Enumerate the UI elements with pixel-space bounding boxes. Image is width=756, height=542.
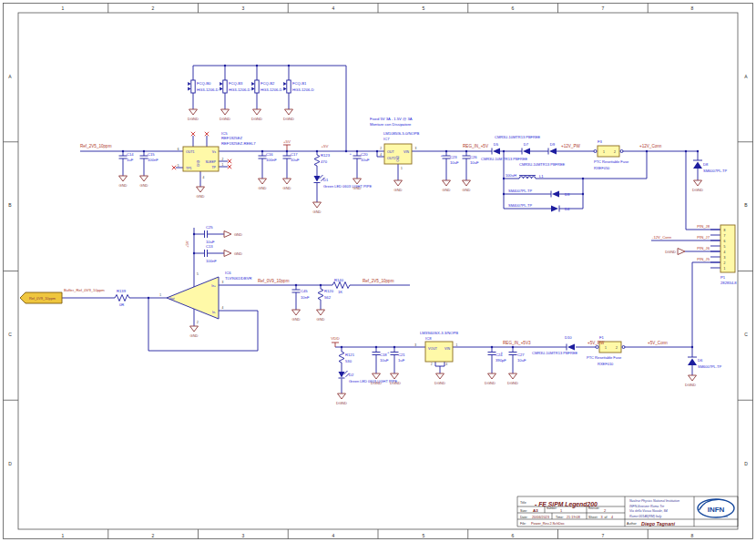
net-regin-5v: REG_IN_+5V: [463, 144, 489, 148]
c27-val: 10uF: [517, 358, 526, 363]
dgnd-d6: DGND: [685, 383, 696, 387]
f1-num-2: 2: [616, 346, 618, 350]
c15-val: 100nF: [148, 158, 158, 162]
d1-ref: D1: [323, 178, 329, 182]
frame-col-bot-5: 5: [423, 533, 425, 538]
capacitors[interactable]: [119, 156, 517, 355]
inductor-l1[interactable]: [519, 176, 536, 179]
r123-ref: R123: [321, 153, 331, 158]
tb-revision: 2: [604, 508, 607, 513]
frame-row-left-b: B: [8, 202, 12, 208]
r121-ref: R121: [345, 353, 355, 357]
r140-val: 1K: [338, 290, 342, 294]
tb-org-1: Nuclear Physics National Institution: [629, 499, 679, 503]
c20-plus: +: [350, 151, 352, 156]
c21-ref: C21: [398, 353, 405, 357]
ic5-num-6: 6: [178, 148, 179, 151]
wires: [62, 66, 720, 394]
ic5-val2: REF1925EZ-REEL7: [221, 141, 256, 146]
logo-infn-sub: ROMA TRE: [717, 516, 729, 518]
d2-ref: D2: [349, 373, 354, 377]
d8-val: SM6007PL-TP: [703, 169, 728, 173]
c13-ref: C13: [206, 244, 213, 249]
ic6-num-4: 4: [222, 306, 224, 310]
ic8-regulator-3v3[interactable]: [425, 342, 453, 362]
cmr-d10: CMR3U-10MTR13 PBFREE: [532, 351, 578, 355]
resistors[interactable]: [114, 154, 352, 364]
fb3-ref: FCQ-B3: [229, 81, 243, 86]
net-regin-5v3: REG_IN_+5V3: [503, 341, 531, 345]
p1-num-7: 7: [724, 234, 726, 238]
fuse-f3[interactable]: [594, 146, 623, 157]
dgnd-d8: DGND: [692, 188, 703, 192]
frame-col-bot-2: 2: [152, 533, 155, 538]
ic6-pin-inm: In-: [212, 311, 216, 314]
c13-val: 100nF: [206, 259, 217, 263]
port-ref0v9: Ref_0V9_10ppm: [29, 296, 56, 301]
net-ref2v5-left: Ref_2V5_10ppm: [80, 144, 112, 148]
frame-col-top-4: 4: [332, 5, 335, 11]
tb-time-label: Time:: [556, 516, 564, 519]
ic5-pin-gnd: GND: [197, 159, 200, 167]
tb-sheet: 3: [601, 516, 603, 519]
tb-file-label: File:: [520, 522, 526, 526]
note-line1: Fixed 5V 3A - 1.5V @ 3A: [370, 117, 413, 121]
r120-val: 562: [324, 295, 332, 300]
ic8-pin-vout: VOUT: [428, 347, 438, 351]
c14-ref: C14: [127, 152, 134, 157]
tb-author-label: Author: [627, 522, 637, 526]
ic6-num-2: 2: [197, 321, 199, 324]
c27-plus: +: [501, 350, 504, 354]
c24-val: 390pF: [495, 358, 506, 363]
c25-ref: C25: [206, 225, 213, 230]
ic7-num-3: 3: [415, 147, 417, 150]
c21-val: 1uF: [398, 358, 405, 363]
connector-p1[interactable]: [720, 225, 735, 272]
net-5v-conn: +5V_Conn: [648, 341, 668, 345]
frame-col-top-8: 8: [691, 5, 694, 11]
d1-val: Green LED 0603 LIGHT PIPE: [323, 184, 372, 189]
d3-val: SM4007PL-TP: [508, 189, 533, 193]
ic5-num-1: 1: [222, 163, 224, 167]
c20-ref: C20: [361, 152, 368, 157]
frame-col-top-2: 2: [152, 5, 155, 11]
ic5-num-2: 2: [222, 158, 224, 161]
dgnd-fb2: DGND: [251, 117, 262, 121]
d8-ref: D8: [703, 162, 709, 167]
dgnd-c27: DGND: [507, 381, 518, 385]
d4-val: SM4007PL-TP: [508, 203, 533, 208]
net-vdd: VDD: [331, 336, 339, 341]
net-pin-j8: PIN_J8: [697, 224, 710, 229]
tb-org-3: Via della Vasca Navale, 84: [629, 509, 668, 513]
cmr-bot1: CMR3U-10M TR13 PBFREE: [481, 157, 528, 161]
net-buffer-ref: Buffer_Ref_0V9_10ppm: [64, 288, 105, 292]
fb1-ref: FCQ-B1: [292, 81, 307, 86]
c23-val: 10uF: [450, 160, 459, 165]
r140-ref: R140: [334, 278, 344, 282]
ic7-pin-out: OUT: [387, 150, 394, 154]
ic5-val1: REF1925EZ: [221, 136, 242, 140]
gnd-ic7: GND: [394, 188, 403, 192]
net-m12v-conn: -12V_Conn: [652, 235, 672, 240]
d5-ref: D5: [494, 142, 499, 147]
net-ref0v9-wire: Ref_0V9_10ppm: [258, 279, 290, 283]
ic5-num-4: 4: [203, 176, 205, 179]
tb-org-4: Rome 00146(RM) Italy: [629, 515, 661, 518]
gnd-r120: GND: [317, 317, 325, 322]
p1-num-1: 1: [724, 267, 726, 271]
c18-val: 10uF: [380, 358, 389, 363]
ic5-pin-sleep: SLEEP: [205, 160, 216, 164]
l1-val: 100uH: [506, 173, 516, 178]
frame-col-bot-6: 6: [512, 533, 515, 538]
f1-val2: RXEF010: [598, 362, 614, 366]
ic7-pin-out2: OUT2: [387, 157, 396, 160]
f3-val2: RXEF050: [594, 166, 610, 170]
gnd-c45: GND: [292, 317, 301, 322]
c17-ref: C17: [291, 152, 298, 157]
frame-col-bot-1: 1: [62, 533, 65, 538]
ic5-pin-tp1: TP1: [186, 167, 192, 170]
frame-col-top-6: 6: [512, 5, 515, 11]
tb-size-label: Size:: [520, 509, 527, 513]
tb-file: Power_Rev.2.SchDoc: [531, 522, 565, 526]
f3-num-1: 1: [603, 150, 605, 154]
